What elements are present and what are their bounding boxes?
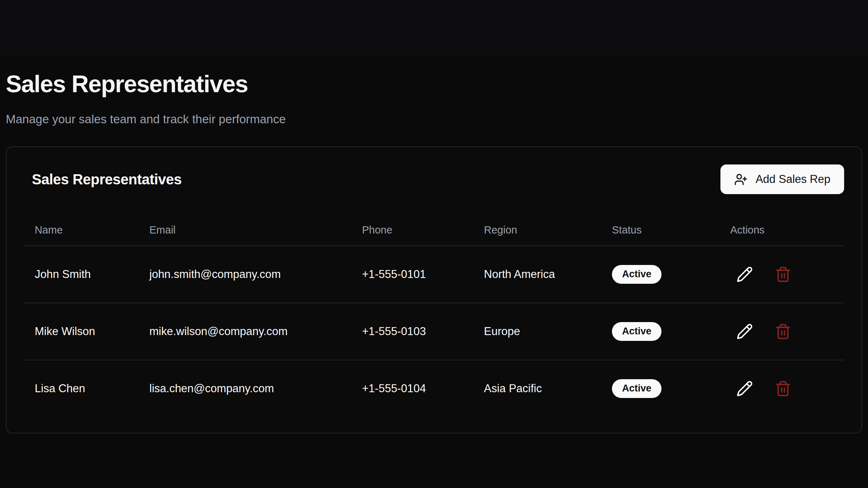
edit-button[interactable] bbox=[736, 380, 753, 397]
cell-status: Active bbox=[601, 303, 719, 360]
cell-phone: +1-555-0104 bbox=[351, 360, 473, 417]
cell-name: Lisa Chen bbox=[24, 360, 139, 417]
table-row: Lisa Chen lisa.chen@company.com +1-555-0… bbox=[24, 360, 844, 417]
pencil-icon bbox=[736, 266, 753, 283]
cell-status: Active bbox=[601, 360, 719, 417]
cell-status: Active bbox=[601, 246, 719, 303]
table-header: Name Email Phone Region Status Actions bbox=[24, 217, 844, 246]
status-badge: Active bbox=[612, 322, 661, 341]
page-container: Sales Representatives Manage your sales … bbox=[0, 0, 868, 433]
delete-button[interactable] bbox=[774, 380, 792, 397]
table-body: John Smith john.smith@company.com +1-555… bbox=[24, 246, 844, 417]
cell-actions bbox=[719, 360, 844, 417]
page-subtitle: Manage your sales team and track their p… bbox=[6, 111, 862, 127]
edit-button[interactable] bbox=[736, 323, 753, 340]
pencil-icon bbox=[736, 380, 753, 397]
column-header-status: Status bbox=[601, 217, 719, 246]
table-row: John Smith john.smith@company.com +1-555… bbox=[24, 246, 844, 303]
cell-name: John Smith bbox=[24, 246, 139, 303]
row-actions bbox=[736, 266, 833, 283]
cell-actions bbox=[719, 246, 844, 303]
pencil-icon bbox=[736, 323, 753, 340]
column-header-email: Email bbox=[139, 217, 351, 246]
cell-email: john.smith@company.com bbox=[139, 246, 351, 303]
cell-region: Asia Pacific bbox=[473, 360, 601, 417]
table-header-row: Name Email Phone Region Status Actions bbox=[24, 217, 844, 246]
row-actions bbox=[736, 323, 833, 340]
card-title: Sales Representatives bbox=[24, 171, 182, 188]
column-header-actions: Actions bbox=[719, 217, 844, 246]
sales-reps-table: Name Email Phone Region Status Actions J… bbox=[24, 217, 844, 417]
trash-icon bbox=[775, 323, 791, 340]
add-sales-rep-button[interactable]: Add Sales Rep bbox=[720, 164, 844, 194]
delete-button[interactable] bbox=[774, 266, 792, 283]
delete-button[interactable] bbox=[774, 323, 792, 340]
column-header-phone: Phone bbox=[351, 217, 473, 246]
status-badge: Active bbox=[612, 265, 661, 284]
cell-email: lisa.chen@company.com bbox=[139, 360, 351, 417]
status-badge: Active bbox=[612, 379, 661, 398]
user-plus-icon bbox=[734, 173, 748, 186]
cell-region: Europe bbox=[473, 303, 601, 360]
cell-name: Mike Wilson bbox=[24, 303, 139, 360]
column-header-region: Region bbox=[473, 217, 601, 246]
column-header-name: Name bbox=[24, 217, 139, 246]
sales-reps-card: Sales Representatives Add Sales Rep bbox=[6, 146, 862, 433]
cell-region: North America bbox=[473, 246, 601, 303]
table-row: Mike Wilson mike.wilson@company.com +1-5… bbox=[24, 303, 844, 360]
cell-phone: +1-555-0101 bbox=[351, 246, 473, 303]
trash-icon bbox=[775, 266, 791, 283]
edit-button[interactable] bbox=[736, 266, 753, 283]
cell-phone: +1-555-0103 bbox=[351, 303, 473, 360]
card-header: Sales Representatives Add Sales Rep bbox=[24, 164, 844, 194]
row-actions bbox=[736, 380, 833, 397]
cell-actions bbox=[719, 303, 844, 360]
trash-icon bbox=[775, 380, 791, 397]
page-title: Sales Representatives bbox=[6, 0, 862, 97]
cell-email: mike.wilson@company.com bbox=[139, 303, 351, 360]
add-sales-rep-button-label: Add Sales Rep bbox=[756, 173, 830, 186]
